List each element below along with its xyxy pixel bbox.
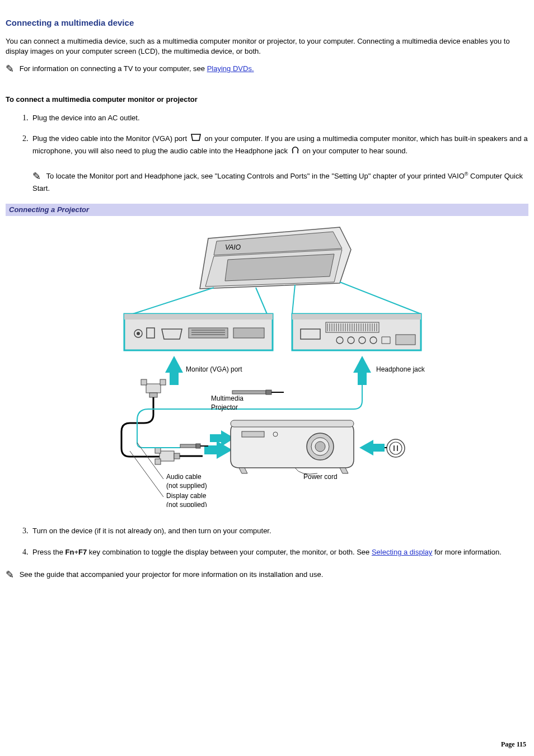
svg-rect-54 xyxy=(141,379,147,385)
svg-rect-65 xyxy=(180,444,196,448)
label-audio-1: Audio cable xyxy=(166,473,202,481)
step-1: Plug the device into an AC outlet. xyxy=(30,112,528,124)
step-2-text-c: on your computer to hear sound. xyxy=(302,147,407,155)
step-2: Plug the video cable into the Monitor (V… xyxy=(30,133,528,194)
page-title: Connecting a multimedia device xyxy=(6,17,528,29)
label-audio-2: (not supplied) xyxy=(166,482,207,490)
label-vga-port: Monitor (VGA) port xyxy=(186,365,242,373)
figure-connecting-projector: VAIO xyxy=(6,216,528,521)
svg-rect-58 xyxy=(155,459,161,464)
svg-rect-80 xyxy=(373,444,385,452)
svg-point-73 xyxy=(315,442,325,452)
step-4-a: Press the xyxy=(32,548,65,556)
playing-dvds-link[interactable]: Playing DVDs. xyxy=(207,64,254,73)
svg-line-5 xyxy=(292,285,295,314)
step-3: Turn on the device (if it is not already… xyxy=(30,525,528,537)
sub-heading: To connect a multimedia computer monitor… xyxy=(6,95,528,105)
step-1-text: Plug the device into an AC outlet. xyxy=(32,114,140,122)
label-headphone-jack: Headphone jack xyxy=(376,365,425,373)
svg-line-4 xyxy=(256,288,267,314)
svg-rect-12 xyxy=(189,328,228,338)
proj-right-arrow xyxy=(359,440,385,456)
label-power-cord: Power cord xyxy=(303,473,338,481)
svg-rect-59 xyxy=(174,453,180,459)
svg-rect-47 xyxy=(396,335,415,345)
svg-marker-51 xyxy=(353,356,371,373)
svg-rect-50 xyxy=(358,373,367,385)
svg-line-6 xyxy=(340,282,421,314)
svg-marker-49 xyxy=(165,356,183,373)
svg-rect-56 xyxy=(160,451,174,461)
label-display-2: (not supplied) xyxy=(166,501,207,507)
vga-plug-top xyxy=(141,379,166,397)
selecting-display-link[interactable]: Selecting a display xyxy=(372,548,432,556)
svg-rect-63 xyxy=(266,390,271,395)
key-plus: + xyxy=(74,548,78,556)
headphone-arrow xyxy=(353,356,371,385)
svg-rect-53 xyxy=(149,393,157,397)
intro-paragraph: You can connect a multimedia device, suc… xyxy=(6,36,528,57)
label-multimedia-2: Projector xyxy=(211,403,238,411)
proj-left-arrow xyxy=(204,441,232,459)
step-2-note-a: To locate the Monitor port and Headphone… xyxy=(46,172,464,180)
step-4-b: key combination to toggle the display be… xyxy=(87,548,372,556)
svg-text:VAIO: VAIO xyxy=(225,243,241,251)
headphone-icon xyxy=(291,145,299,157)
tv-note: ✎ For information on connecting a TV to … xyxy=(6,62,528,76)
step-2-text-a: Plug the video cable into the Monitor (V… xyxy=(32,134,189,143)
step-3-text: Turn on the device (if it is not already… xyxy=(32,527,271,535)
projector-illustration xyxy=(231,420,354,473)
note-icon: ✎ xyxy=(6,62,14,76)
svg-line-3 xyxy=(133,288,214,314)
svg-rect-70 xyxy=(231,420,354,427)
svg-rect-62 xyxy=(232,391,266,394)
laptop-top-illustration: VAIO xyxy=(200,227,351,289)
key-fn: Fn xyxy=(65,548,74,556)
closing-note: ✎ See the guide that accompanied your pr… xyxy=(6,568,528,582)
svg-rect-68 xyxy=(210,434,221,442)
step-4: Press the Fn+F7 key combination to toggl… xyxy=(30,547,528,558)
step-4-c: for more information. xyxy=(432,548,502,556)
svg-point-10 xyxy=(137,332,140,335)
key-f7: F7 xyxy=(78,548,87,556)
svg-rect-66 xyxy=(196,444,200,448)
svg-rect-57 xyxy=(155,448,161,453)
svg-rect-74 xyxy=(242,431,264,437)
svg-rect-48 xyxy=(170,373,179,385)
svg-rect-60 xyxy=(204,445,217,454)
figure-title-bar: Connecting a Projector xyxy=(6,204,528,216)
vga-arrow xyxy=(165,356,183,385)
label-display-1: Display cable xyxy=(166,492,207,500)
tv-note-prefix: For information on connecting a TV to yo… xyxy=(20,64,207,73)
note-icon: ✎ xyxy=(32,170,41,184)
note-icon: ✎ xyxy=(6,568,14,582)
svg-rect-52 xyxy=(146,384,161,393)
label-multimedia-1: Multimedia xyxy=(211,395,243,402)
svg-rect-16 xyxy=(233,328,264,338)
svg-marker-81 xyxy=(359,440,373,456)
svg-line-84 xyxy=(130,451,163,497)
svg-rect-55 xyxy=(160,379,166,385)
vga-port-icon xyxy=(190,133,202,145)
closing-note-text: See the guide that accompanied your proj… xyxy=(20,570,324,579)
svg-rect-8 xyxy=(124,314,273,320)
svg-rect-18 xyxy=(292,314,421,320)
